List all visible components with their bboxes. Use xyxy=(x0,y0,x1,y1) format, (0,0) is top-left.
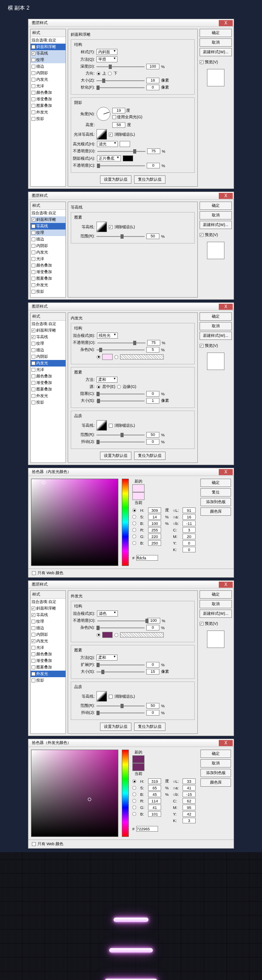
style-contour[interactable]: 等高线 xyxy=(31,334,66,340)
ok-button[interactable]: 确定 xyxy=(200,479,231,487)
blend-options[interactable]: 混合选项:自定 xyxy=(31,321,66,327)
reset-default-button[interactable]: 复位为默认值 xyxy=(134,723,165,731)
cancel-button[interactable]: 取消 xyxy=(200,38,232,47)
h-input[interactable] xyxy=(148,507,161,513)
checkbox[interactable] xyxy=(31,394,35,398)
gradient-swatch[interactable] xyxy=(120,632,164,637)
r-radio[interactable] xyxy=(132,528,136,532)
b-input[interactable] xyxy=(148,521,161,526)
contour-swatch[interactable] xyxy=(97,420,107,431)
titlebar[interactable]: 图层样式 X xyxy=(28,192,234,200)
dir-down-radio[interactable] xyxy=(108,72,112,75)
angle-dial[interactable] xyxy=(97,107,110,121)
l-input[interactable] xyxy=(183,507,196,513)
h-radio[interactable] xyxy=(132,508,136,512)
style-dropshadow[interactable]: 投影 xyxy=(31,677,66,684)
size-input[interactable]: 16 xyxy=(146,78,159,83)
gloss-contour[interactable] xyxy=(97,129,107,140)
hex-input[interactable] xyxy=(136,826,158,832)
noise-input[interactable]: 5 xyxy=(146,347,159,353)
style-stroke[interactable]: 描边 xyxy=(31,347,66,353)
ok-button[interactable]: 确定 xyxy=(200,750,231,758)
style-satin[interactable]: 光泽 xyxy=(31,83,66,89)
checkbox[interactable] xyxy=(31,607,35,610)
titlebar[interactable]: 图层样式 X xyxy=(28,581,234,589)
style-dropshadow[interactable]: 投影 xyxy=(31,399,66,406)
checkbox[interactable] xyxy=(31,117,35,121)
checkbox[interactable] xyxy=(31,342,35,346)
checkbox[interactable] xyxy=(31,387,35,391)
style-bevel[interactable]: 斜面和浮雕 xyxy=(31,605,66,612)
preview-checkbox[interactable] xyxy=(200,344,203,348)
op-slider[interactable] xyxy=(97,343,145,343)
style-bevel[interactable]: 斜面和浮雕 xyxy=(31,44,66,50)
style-outerglow[interactable]: 外发光 xyxy=(31,282,66,288)
size-slider[interactable] xyxy=(97,401,145,401)
y-input[interactable] xyxy=(183,811,196,817)
style-texture[interactable]: 纹理 xyxy=(31,340,66,347)
titlebar[interactable]: 图层样式 X xyxy=(28,19,234,27)
checkbox[interactable] xyxy=(31,71,35,75)
range-input[interactable]: 50 xyxy=(146,233,159,239)
current-color[interactable] xyxy=(132,763,145,771)
style-innerglow[interactable]: 内发光 xyxy=(31,360,66,367)
h-radio[interactable] xyxy=(132,779,136,783)
hl-color[interactable] xyxy=(120,141,130,147)
glow-color[interactable] xyxy=(102,354,113,360)
jitter-input[interactable]: 0 xyxy=(146,710,159,716)
style-outerglow[interactable]: 外发光 xyxy=(31,671,66,677)
b-input[interactable] xyxy=(148,792,161,797)
style-bevel[interactable]: 斜面和浮雕 xyxy=(31,327,66,334)
choke-input[interactable]: 0 xyxy=(146,391,159,397)
checkbox[interactable] xyxy=(31,231,35,235)
gradient-radio[interactable] xyxy=(114,355,118,359)
style-patoverlay[interactable]: 图案叠加 xyxy=(31,103,66,109)
style-innerglow[interactable]: 内发光 xyxy=(31,76,66,83)
checkbox[interactable] xyxy=(31,633,35,637)
style-satin[interactable]: 光泽 xyxy=(31,644,66,651)
style-gradoverlay[interactable]: 渐变叠加 xyxy=(31,269,66,275)
depth-input[interactable]: 100 xyxy=(146,64,159,69)
gradient-radio[interactable] xyxy=(114,633,118,637)
reset-default-button[interactable]: 复位为默认值 xyxy=(134,175,165,184)
preview-checkbox[interactable] xyxy=(200,233,203,237)
bc-input[interactable] xyxy=(148,811,161,817)
checkbox[interactable] xyxy=(31,348,35,352)
style-patoverlay[interactable]: 图案叠加 xyxy=(31,275,66,282)
style-innershadow[interactable]: 内阴影 xyxy=(31,631,66,638)
close-icon[interactable]: X xyxy=(219,304,233,310)
checkbox[interactable] xyxy=(31,244,35,248)
titlebar[interactable]: 拾色器（内发光颜色） X xyxy=(28,468,234,476)
make-default-button[interactable]: 设置为默认值 xyxy=(100,175,131,184)
close-icon[interactable]: X xyxy=(219,193,233,199)
titlebar[interactable]: 拾色器（外发光颜色） X xyxy=(28,739,234,747)
op-input[interactable]: 75 xyxy=(147,340,160,346)
c-input[interactable] xyxy=(183,527,196,533)
current-color[interactable] xyxy=(132,492,145,500)
size-input[interactable]: 15 xyxy=(146,669,159,675)
checkbox[interactable] xyxy=(31,45,35,49)
s-radio[interactable] xyxy=(132,515,136,519)
size-slider[interactable] xyxy=(97,80,145,81)
range-slider[interactable] xyxy=(97,435,145,435)
gradient-swatch[interactable] xyxy=(120,354,164,360)
checkbox[interactable] xyxy=(31,84,35,88)
checkbox[interactable] xyxy=(31,218,35,222)
shmode-select[interactable]: 正片叠底 xyxy=(97,155,121,161)
color-field[interactable] xyxy=(31,479,118,566)
s-input[interactable] xyxy=(148,514,161,520)
style-outerglow[interactable]: 外发光 xyxy=(31,393,66,399)
style-bevel[interactable]: 斜面和浮雕 xyxy=(31,216,66,223)
jitter-slider[interactable] xyxy=(97,442,145,442)
style-satin[interactable]: 光泽 xyxy=(31,256,66,262)
m-input[interactable] xyxy=(183,534,196,539)
cancel-button[interactable]: 取消 xyxy=(200,759,231,768)
style-innershadow[interactable]: 内阴影 xyxy=(31,353,66,360)
checkbox[interactable] xyxy=(31,257,35,261)
glow-color[interactable] xyxy=(102,632,113,638)
checkbox[interactable] xyxy=(31,264,35,267)
newstyle-button[interactable]: 新建样式(W)... xyxy=(200,221,232,229)
bb-input[interactable] xyxy=(183,792,196,797)
style-coloroverlay[interactable]: 颜色叠加 xyxy=(31,373,66,380)
range-slider[interactable] xyxy=(97,706,145,706)
